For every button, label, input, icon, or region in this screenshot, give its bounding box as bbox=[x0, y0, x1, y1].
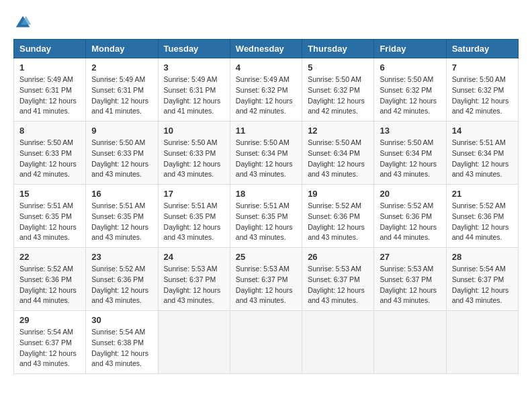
calendar-cell: 6Sunrise: 5:50 AM Sunset: 6:32 PM Daylig… bbox=[374, 58, 446, 122]
calendar-cell: 20Sunrise: 5:52 AM Sunset: 6:36 PM Dayli… bbox=[374, 185, 446, 248]
calendar-cell: 29Sunrise: 5:54 AM Sunset: 6:37 PM Dayli… bbox=[14, 311, 86, 374]
calendar-header-row: SundayMondayTuesdayWednesdayThursdayFrid… bbox=[14, 40, 519, 58]
calendar-cell: 15Sunrise: 5:51 AM Sunset: 6:35 PM Dayli… bbox=[14, 185, 86, 248]
calendar-cell: 21Sunrise: 5:52 AM Sunset: 6:36 PM Dayli… bbox=[446, 185, 518, 248]
day-info: Sunrise: 5:50 AM Sunset: 6:32 PM Dayligh… bbox=[452, 75, 513, 117]
calendar-week-row: 1Sunrise: 5:49 AM Sunset: 6:31 PM Daylig… bbox=[14, 58, 519, 122]
day-info: Sunrise: 5:51 AM Sunset: 6:34 PM Dayligh… bbox=[452, 138, 513, 180]
calendar-cell: 30Sunrise: 5:54 AM Sunset: 6:38 PM Dayli… bbox=[86, 311, 158, 374]
calendar-table: SundayMondayTuesdayWednesdayThursdayFrid… bbox=[13, 39, 519, 374]
day-number: 3 bbox=[164, 62, 224, 73]
calendar-cell bbox=[374, 311, 446, 374]
day-info: Sunrise: 5:50 AM Sunset: 6:32 PM Dayligh… bbox=[380, 75, 440, 117]
day-info: Sunrise: 5:50 AM Sunset: 6:33 PM Dayligh… bbox=[19, 138, 80, 180]
day-number: 29 bbox=[19, 315, 80, 325]
day-info: Sunrise: 5:54 AM Sunset: 6:37 PM Dayligh… bbox=[452, 264, 513, 306]
day-header-friday: Friday bbox=[374, 40, 446, 58]
calendar-cell: 14Sunrise: 5:51 AM Sunset: 6:34 PM Dayli… bbox=[446, 122, 518, 185]
page-header bbox=[13, 13, 519, 32]
day-info: Sunrise: 5:53 AM Sunset: 6:37 PM Dayligh… bbox=[236, 264, 296, 306]
day-number: 2 bbox=[91, 62, 152, 73]
day-info: Sunrise: 5:51 AM Sunset: 6:35 PM Dayligh… bbox=[164, 201, 224, 243]
day-header-wednesday: Wednesday bbox=[230, 40, 302, 58]
day-info: Sunrise: 5:49 AM Sunset: 6:31 PM Dayligh… bbox=[91, 75, 152, 117]
day-number: 17 bbox=[164, 189, 224, 199]
day-number: 6 bbox=[380, 62, 440, 73]
day-info: Sunrise: 5:52 AM Sunset: 6:36 PM Dayligh… bbox=[19, 264, 80, 306]
day-info: Sunrise: 5:54 AM Sunset: 6:38 PM Dayligh… bbox=[91, 327, 152, 369]
calendar-cell: 26Sunrise: 5:53 AM Sunset: 6:37 PM Dayli… bbox=[302, 248, 374, 311]
day-info: Sunrise: 5:50 AM Sunset: 6:34 PM Dayligh… bbox=[380, 138, 440, 180]
calendar-cell: 22Sunrise: 5:52 AM Sunset: 6:36 PM Dayli… bbox=[14, 248, 86, 311]
calendar-cell: 11Sunrise: 5:50 AM Sunset: 6:34 PM Dayli… bbox=[230, 122, 302, 185]
day-info: Sunrise: 5:51 AM Sunset: 6:35 PM Dayligh… bbox=[91, 201, 152, 243]
day-info: Sunrise: 5:52 AM Sunset: 6:36 PM Dayligh… bbox=[308, 201, 368, 243]
day-header-thursday: Thursday bbox=[302, 40, 374, 58]
day-number: 20 bbox=[380, 189, 440, 199]
calendar-cell: 3Sunrise: 5:49 AM Sunset: 6:31 PM Daylig… bbox=[158, 58, 230, 122]
day-header-tuesday: Tuesday bbox=[158, 40, 230, 58]
day-number: 22 bbox=[19, 252, 80, 262]
calendar-cell: 2Sunrise: 5:49 AM Sunset: 6:31 PM Daylig… bbox=[86, 58, 158, 122]
day-info: Sunrise: 5:49 AM Sunset: 6:31 PM Dayligh… bbox=[19, 75, 80, 117]
day-number: 21 bbox=[452, 189, 513, 199]
day-number: 4 bbox=[236, 62, 296, 73]
day-info: Sunrise: 5:51 AM Sunset: 6:35 PM Dayligh… bbox=[236, 201, 296, 243]
calendar-cell bbox=[302, 311, 374, 374]
calendar-week-row: 8Sunrise: 5:50 AM Sunset: 6:33 PM Daylig… bbox=[14, 122, 519, 185]
day-number: 12 bbox=[308, 126, 368, 136]
calendar-cell: 7Sunrise: 5:50 AM Sunset: 6:32 PM Daylig… bbox=[446, 58, 518, 122]
day-number: 11 bbox=[236, 126, 296, 136]
day-number: 19 bbox=[308, 189, 368, 199]
day-number: 30 bbox=[91, 315, 152, 325]
day-number: 13 bbox=[380, 126, 440, 136]
day-number: 15 bbox=[19, 189, 80, 199]
day-info: Sunrise: 5:52 AM Sunset: 6:36 PM Dayligh… bbox=[452, 201, 513, 243]
calendar-cell bbox=[230, 311, 302, 374]
calendar-cell bbox=[158, 311, 230, 374]
day-number: 5 bbox=[308, 62, 368, 73]
day-number: 9 bbox=[91, 126, 152, 136]
day-info: Sunrise: 5:49 AM Sunset: 6:31 PM Dayligh… bbox=[164, 75, 224, 117]
day-number: 8 bbox=[19, 126, 80, 136]
day-info: Sunrise: 5:52 AM Sunset: 6:36 PM Dayligh… bbox=[91, 264, 152, 306]
day-number: 1 bbox=[19, 62, 80, 73]
day-header-monday: Monday bbox=[86, 40, 158, 58]
calendar-cell: 8Sunrise: 5:50 AM Sunset: 6:33 PM Daylig… bbox=[14, 122, 86, 185]
day-number: 7 bbox=[452, 62, 513, 73]
day-info: Sunrise: 5:53 AM Sunset: 6:37 PM Dayligh… bbox=[308, 264, 368, 306]
day-info: Sunrise: 5:53 AM Sunset: 6:37 PM Dayligh… bbox=[380, 264, 440, 306]
day-number: 10 bbox=[164, 126, 224, 136]
day-number: 16 bbox=[91, 189, 152, 199]
calendar-cell: 28Sunrise: 5:54 AM Sunset: 6:37 PM Dayli… bbox=[446, 248, 518, 311]
day-header-saturday: Saturday bbox=[446, 40, 518, 58]
calendar-week-row: 15Sunrise: 5:51 AM Sunset: 6:35 PM Dayli… bbox=[14, 185, 519, 248]
calendar-cell: 10Sunrise: 5:50 AM Sunset: 6:33 PM Dayli… bbox=[158, 122, 230, 185]
calendar-cell: 12Sunrise: 5:50 AM Sunset: 6:34 PM Dayli… bbox=[302, 122, 374, 185]
day-number: 27 bbox=[380, 252, 440, 262]
calendar-cell: 5Sunrise: 5:50 AM Sunset: 6:32 PM Daylig… bbox=[302, 58, 374, 122]
day-number: 14 bbox=[452, 126, 513, 136]
calendar-week-row: 29Sunrise: 5:54 AM Sunset: 6:37 PM Dayli… bbox=[14, 311, 519, 374]
calendar-cell: 24Sunrise: 5:53 AM Sunset: 6:37 PM Dayli… bbox=[158, 248, 230, 311]
calendar-cell: 1Sunrise: 5:49 AM Sunset: 6:31 PM Daylig… bbox=[14, 58, 86, 122]
calendar-cell: 16Sunrise: 5:51 AM Sunset: 6:35 PM Dayli… bbox=[86, 185, 158, 248]
calendar-cell: 17Sunrise: 5:51 AM Sunset: 6:35 PM Dayli… bbox=[158, 185, 230, 248]
day-number: 23 bbox=[91, 252, 152, 262]
day-info: Sunrise: 5:50 AM Sunset: 6:34 PM Dayligh… bbox=[308, 138, 368, 180]
calendar-cell: 27Sunrise: 5:53 AM Sunset: 6:37 PM Dayli… bbox=[374, 248, 446, 311]
day-number: 24 bbox=[164, 252, 224, 262]
day-info: Sunrise: 5:49 AM Sunset: 6:32 PM Dayligh… bbox=[236, 75, 296, 117]
day-header-sunday: Sunday bbox=[14, 40, 86, 58]
calendar-cell bbox=[446, 311, 518, 374]
day-info: Sunrise: 5:53 AM Sunset: 6:37 PM Dayligh… bbox=[164, 264, 224, 306]
calendar-week-row: 22Sunrise: 5:52 AM Sunset: 6:36 PM Dayli… bbox=[14, 248, 519, 311]
day-info: Sunrise: 5:50 AM Sunset: 6:33 PM Dayligh… bbox=[164, 138, 224, 180]
day-number: 28 bbox=[452, 252, 513, 262]
day-info: Sunrise: 5:50 AM Sunset: 6:34 PM Dayligh… bbox=[236, 138, 296, 180]
day-info: Sunrise: 5:54 AM Sunset: 6:37 PM Dayligh… bbox=[19, 327, 80, 369]
day-number: 25 bbox=[236, 252, 296, 262]
logo-icon bbox=[13, 13, 32, 32]
calendar-cell: 19Sunrise: 5:52 AM Sunset: 6:36 PM Dayli… bbox=[302, 185, 374, 248]
day-info: Sunrise: 5:51 AM Sunset: 6:35 PM Dayligh… bbox=[19, 201, 80, 243]
